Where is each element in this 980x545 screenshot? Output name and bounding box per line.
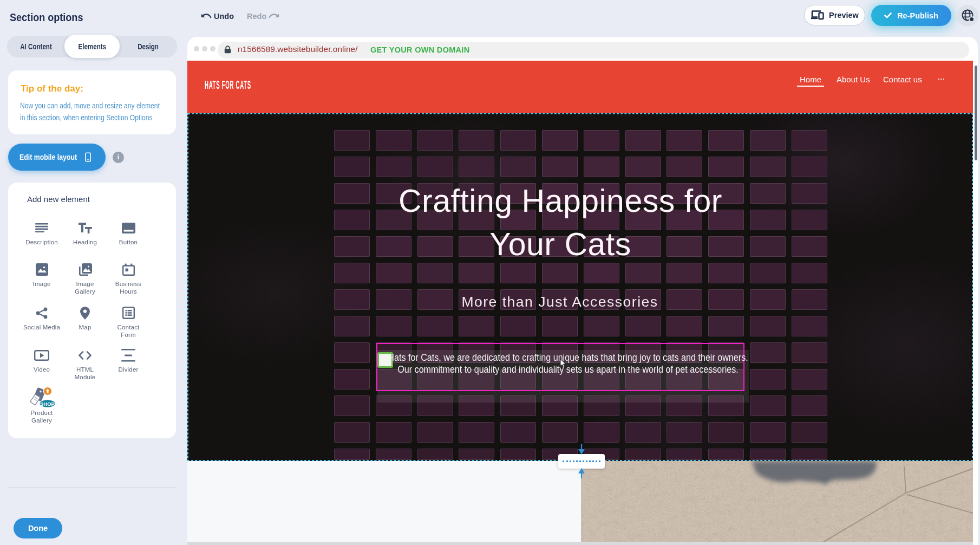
svg-text:SHOP: SHOP xyxy=(40,401,55,407)
